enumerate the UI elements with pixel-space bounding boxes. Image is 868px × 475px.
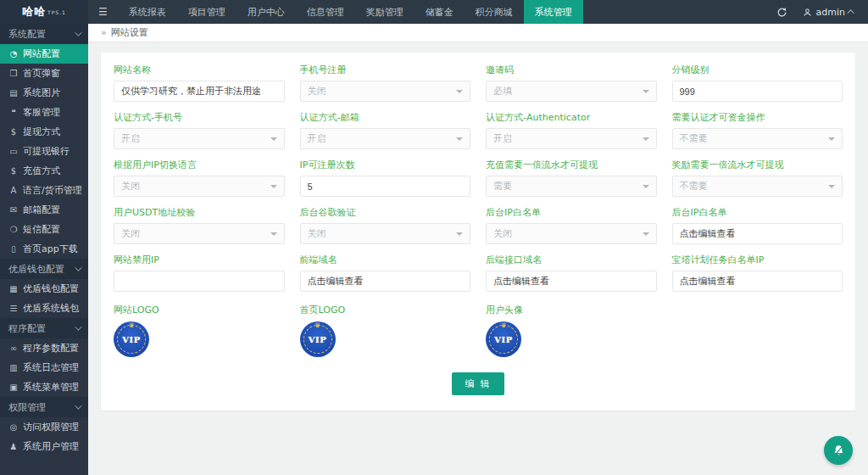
dollar-icon: $ <box>8 166 19 176</box>
sidebar-item-withdraw-methods[interactable]: $ 提现方式 <box>0 122 88 142</box>
wallet-bars-icon: ☰ <box>8 304 19 313</box>
user-avatar-image[interactable]: ♛ VIP <box>486 321 521 357</box>
crown-icon: ♛ <box>128 322 134 329</box>
sidebar-item-wallet-config[interactable]: ▦ 优盾钱包配置 <box>0 279 88 299</box>
hamburger-icon[interactable]: ☰ <box>88 0 118 24</box>
caret-down-icon <box>270 137 277 141</box>
top-nav: 系统报表 项目管理 用户中心 信息管理 奖励管理 储蓄金 积分商城 系统管理 <box>118 0 583 24</box>
language-icon: A <box>8 186 19 195</box>
auth-email-select[interactable]: 开启 <box>300 128 471 149</box>
sidebar-item-system-logs[interactable]: ▥ 系统日志管理 <box>0 358 88 377</box>
form-field: 网站禁用IP <box>114 254 285 292</box>
form-field: 后端接口域名 <box>486 254 657 292</box>
auth-authenticator-select[interactable]: 开启 <box>486 128 657 149</box>
bank-card-icon: ▭ <box>8 147 19 156</box>
chat-icon: ❝ <box>8 108 19 117</box>
sidebar-item-system-users[interactable]: ♟ 系统用户管理 <box>0 437 88 456</box>
invite-code-select[interactable]: 必填 <box>486 81 657 102</box>
sidebar-item-app-download[interactable]: ▯ 首页app下载 <box>0 239 88 259</box>
sidebar-item-customer-service[interactable]: ❝ 客服管理 <box>0 103 88 122</box>
mobile-icon: ▯ <box>8 244 19 254</box>
refresh-icon[interactable] <box>776 7 787 18</box>
main-content: » 网站设置 网站名称 手机号注册 关闭 邀请码 必填 分销级别 认证方式-手机… <box>88 24 868 475</box>
form-field: 手机号注册 关闭 <box>300 64 471 102</box>
user-icon: ♟ <box>8 442 19 451</box>
admin-ip-whitelist-select[interactable]: 关闭 <box>486 223 657 244</box>
home-logo-image[interactable]: ♛ VIP <box>300 321 336 357</box>
chevron-down-icon <box>75 402 81 409</box>
page-title: 网站设置 <box>111 26 148 39</box>
nav-item-rewards[interactable]: 奖励管理 <box>355 0 415 24</box>
notification-fab[interactable] <box>824 436 853 465</box>
frontend-domain-input[interactable] <box>300 271 471 292</box>
app-logo[interactable]: 哈哈 TPS.1 <box>0 0 88 24</box>
site-logo-image[interactable]: ♛ VIP <box>114 321 149 357</box>
nav-item-system-mgmt[interactable]: 系统管理 <box>524 0 583 24</box>
sidebar-item-home-popup[interactable]: ❐ 首页弹窗 <box>0 64 88 83</box>
user-icon <box>803 8 812 17</box>
sidebar-item-system-wallet[interactable]: ☰ 优盾系统钱包 <box>0 299 88 318</box>
sidebar-item-withdraw-banks[interactable]: ▭ 可提现银行 <box>0 142 88 161</box>
usdt-check-select[interactable]: 关闭 <box>114 223 285 244</box>
link-icon: ∞ <box>8 344 19 353</box>
menu-icon: ▣ <box>8 383 19 392</box>
chevron-down-icon <box>75 264 81 271</box>
nav-item-info[interactable]: 信息管理 <box>296 0 355 24</box>
nav-item-points-mall[interactable]: 积分商城 <box>465 0 524 24</box>
sidebar-group-program-config[interactable]: 程序配置 <box>0 318 88 338</box>
nav-item-reports[interactable]: 系统报表 <box>118 0 177 24</box>
sidebar-group-wallet-config[interactable]: 优盾钱包配置 <box>0 259 88 279</box>
phone-register-select[interactable]: 关闭 <box>300 81 471 102</box>
caret-down-icon <box>643 185 649 188</box>
require-auth-select[interactable]: 不需要 <box>672 128 843 149</box>
sidebar-item-system-images[interactable]: ▤ 系统图片 <box>0 83 88 103</box>
backend-domain-input[interactable] <box>486 271 657 292</box>
form-field: 首页LOGO ♛ VIP <box>300 304 471 357</box>
form-field: 宝塔计划任务白名单IP <box>672 254 843 292</box>
bell-slash-icon <box>832 444 846 458</box>
nav-item-users[interactable]: 用户中心 <box>236 0 296 24</box>
form-field: 认证方式-手机号 开启 <box>114 111 285 149</box>
distribution-level-input[interactable] <box>672 81 843 102</box>
sidebar-item-deposit-methods[interactable]: $ 充值方式 <box>0 161 88 181</box>
popup-icon: ❐ <box>8 69 19 78</box>
settings-form: 网站名称 手机号注册 关闭 邀请码 必填 分销级别 认证方式-手机号 开启 认证… <box>114 64 843 292</box>
nav-item-savings[interactable]: 储蓄金 <box>415 0 465 24</box>
ip-language-select[interactable]: 关闭 <box>114 176 285 197</box>
caret-down-icon <box>270 185 277 188</box>
form-field: 前端域名 <box>300 254 471 292</box>
sidebar-item-email-config[interactable]: ✉ 邮箱配置 <box>0 200 88 220</box>
form-field: 认证方式-邮箱 开启 <box>300 111 471 149</box>
nav-item-projects[interactable]: 项目管理 <box>177 0 236 24</box>
sidebar-item-language-currency[interactable]: A 语言/货币管理 <box>0 181 88 200</box>
admin-ip-whitelist-input[interactable] <box>672 223 843 244</box>
logos-row: 网站LOGO ♛ VIP 首页LOGO ♛ VIP 用户头像 <box>114 304 843 357</box>
sidebar-item-program-params[interactable]: ∞ 程序参数配置 <box>0 338 88 358</box>
wallet-icon: ▦ <box>8 284 19 293</box>
sidebar-group-permissions[interactable]: 权限管理 <box>0 397 88 417</box>
sidebar-group-system-config[interactable]: 系统配置 <box>0 24 88 44</box>
sidebar-item-website-config[interactable]: ◔ 网站配置 <box>0 44 88 64</box>
user-name: admin <box>816 7 845 18</box>
form-field: 分销级别 <box>672 64 843 102</box>
banned-ip-input[interactable] <box>114 271 285 292</box>
ip-register-count-input[interactable] <box>300 176 471 197</box>
chevron-up-icon <box>847 9 854 16</box>
sidebar-item-sms-config[interactable]: ❍ 短信配置 <box>0 220 88 239</box>
breadcrumb-arrow-icon: » <box>101 27 107 38</box>
admin-google-verify-select[interactable]: 关闭 <box>300 223 471 244</box>
caret-down-icon <box>828 137 835 141</box>
sidebar-item-system-menus[interactable]: ▣ 系统菜单管理 <box>0 377 88 397</box>
reward-turnover-select[interactable]: 不需要 <box>672 176 843 197</box>
sidebar-item-access-permissions[interactable]: ◎ 访问权限管理 <box>0 417 88 437</box>
image-icon: ▤ <box>8 88 19 98</box>
deposit-turnover-select[interactable]: 需要 <box>486 176 657 197</box>
user-menu[interactable]: admin <box>803 7 854 18</box>
edit-submit-button[interactable]: 编 辑 <box>452 372 504 395</box>
form-field: 网站名称 <box>114 64 285 102</box>
form-field: 后台IP白名单 <box>672 206 843 244</box>
auth-phone-select[interactable]: 开启 <box>114 128 285 149</box>
bt-whitelist-input[interactable] <box>672 271 843 292</box>
log-icon: ▥ <box>8 363 19 372</box>
site-name-input[interactable] <box>114 81 285 102</box>
